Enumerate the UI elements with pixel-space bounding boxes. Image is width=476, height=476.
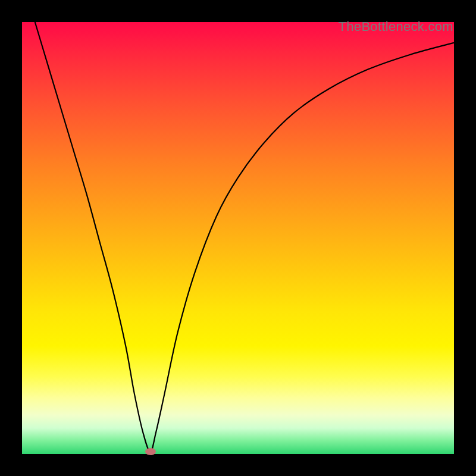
watermark-text: TheBottleneck.com: [339, 19, 453, 35]
chart-frame: TheBottleneck.com: [0, 0, 476, 476]
curve-svg: [22, 22, 454, 454]
bottleneck-curve: [35, 22, 454, 452]
min-marker: [145, 448, 156, 455]
plot-area: [22, 22, 454, 454]
